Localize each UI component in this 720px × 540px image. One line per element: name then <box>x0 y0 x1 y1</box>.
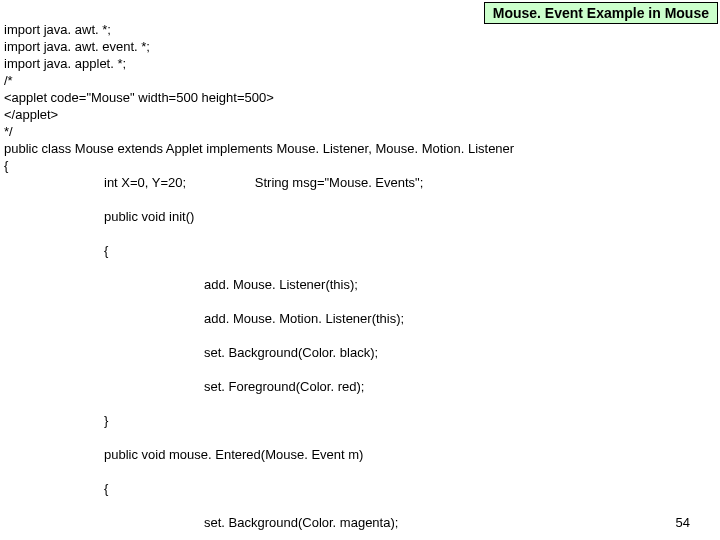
code-line: set. Foreground(Color. red); <box>4 378 716 395</box>
code-line: import java. awt. event. *; <box>4 39 150 54</box>
code-line: /* <box>4 73 13 88</box>
code-line: import java. awt. *; <box>4 22 111 37</box>
code-line: public class Mouse extends Applet implem… <box>4 141 514 156</box>
code-line: <applet code="Mouse" width=500 height=50… <box>4 90 274 105</box>
code-line: int X=0, Y=20; String msg="Mouse. Events… <box>4 174 716 191</box>
code-line: add. Mouse. Motion. Listener(this); <box>4 310 716 327</box>
code-line: set. Background(Color. black); <box>4 344 716 361</box>
code-line: add. Mouse. Listener(this); <box>4 276 716 293</box>
code-line: { <box>4 158 8 173</box>
code-line: public void mouse. Entered(Mouse. Event … <box>4 446 716 463</box>
code-line: set. Background(Color. magenta); <box>4 514 716 531</box>
code-line: </applet> <box>4 107 58 122</box>
code-line: */ <box>4 124 13 139</box>
code-line: { <box>4 242 716 259</box>
code-line: { <box>4 480 716 497</box>
page-number: 54 <box>676 515 690 530</box>
code-line: public void init() <box>4 208 716 225</box>
code-line: import java. applet. *; <box>4 56 126 71</box>
code-line: } <box>4 412 716 429</box>
code-block: import java. awt. *; import java. awt. e… <box>4 4 716 540</box>
